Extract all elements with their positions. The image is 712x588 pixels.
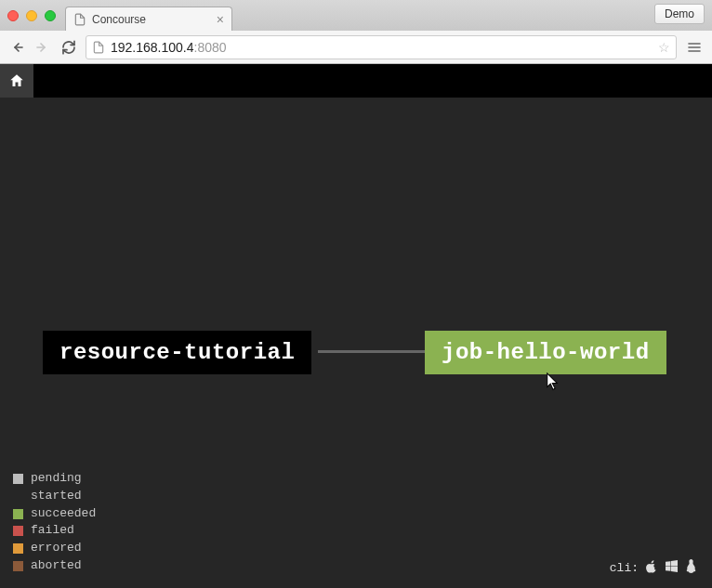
linux-icon[interactable]	[685, 559, 697, 577]
address-text: 192.168.100.4:8080	[111, 40, 653, 55]
legend-label: failed	[31, 522, 74, 540]
cli-download-links: cli:	[610, 559, 697, 577]
legend-item-pending: pending	[13, 470, 96, 488]
close-window-button[interactable]	[7, 10, 19, 21]
legend-item-started: started	[13, 488, 96, 505]
swatch-failed	[13, 526, 23, 536]
concourse-topbar	[0, 64, 712, 98]
address-host: 192.168.100.4	[111, 40, 194, 55]
home-button[interactable]	[0, 64, 33, 98]
bookmark-star-icon[interactable]: ☆	[658, 40, 670, 55]
legend-item-succeeded: succeeded	[13, 505, 96, 523]
browser-toolbar: 192.168.100.4:8080 ☆	[0, 31, 712, 64]
demo-button[interactable]: Demo	[654, 4, 705, 24]
home-icon	[8, 72, 25, 89]
legend-label: pending	[31, 470, 82, 488]
reload-button[interactable]	[59, 38, 78, 57]
page-icon	[92, 41, 105, 54]
tab-title: Concourse	[92, 13, 146, 26]
swatch-started	[13, 491, 23, 502]
legend-item-errored: errored	[13, 540, 96, 557]
cli-label: cli:	[610, 561, 639, 575]
close-tab-icon[interactable]: ×	[217, 12, 224, 27]
resource-node[interactable]: resource-tutorial	[43, 331, 311, 374]
browser-tab-bar: Concourse × Demo	[0, 0, 712, 31]
window-controls	[7, 10, 56, 21]
zoom-window-button[interactable]	[45, 10, 56, 21]
swatch-aborted	[13, 561, 23, 571]
swatch-pending	[13, 474, 23, 484]
pipeline-connector	[318, 350, 425, 353]
address-bar[interactable]: 192.168.100.4:8080 ☆	[86, 35, 677, 59]
address-port: :8080	[194, 40, 227, 55]
legend-item-failed: failed	[13, 522, 96, 540]
legend-item-aborted: aborted	[13, 557, 96, 575]
legend-label: started	[31, 488, 82, 505]
swatch-succeeded	[13, 509, 23, 519]
windows-icon[interactable]	[666, 560, 678, 576]
mouse-cursor-icon	[547, 372, 560, 391]
forward-button[interactable]	[33, 38, 52, 57]
pipeline-canvas[interactable]: resource-tutorial job-hello-world pendin…	[0, 98, 712, 588]
swatch-errored	[13, 543, 23, 554]
legend-label: errored	[31, 540, 82, 557]
status-legend: pending started succeeded failed errored…	[13, 470, 96, 575]
legend-label: succeeded	[31, 505, 96, 523]
legend-label: aborted	[31, 557, 82, 575]
concourse-page: resource-tutorial job-hello-world pendin…	[0, 64, 712, 588]
browser-tab[interactable]: Concourse ×	[65, 7, 232, 31]
back-button[interactable]	[7, 38, 26, 57]
job-node[interactable]: job-hello-world	[425, 331, 666, 374]
favicon-icon	[73, 13, 86, 26]
minimize-window-button[interactable]	[26, 10, 37, 21]
apple-icon[interactable]	[646, 559, 658, 577]
browser-menu-button[interactable]	[684, 37, 705, 58]
